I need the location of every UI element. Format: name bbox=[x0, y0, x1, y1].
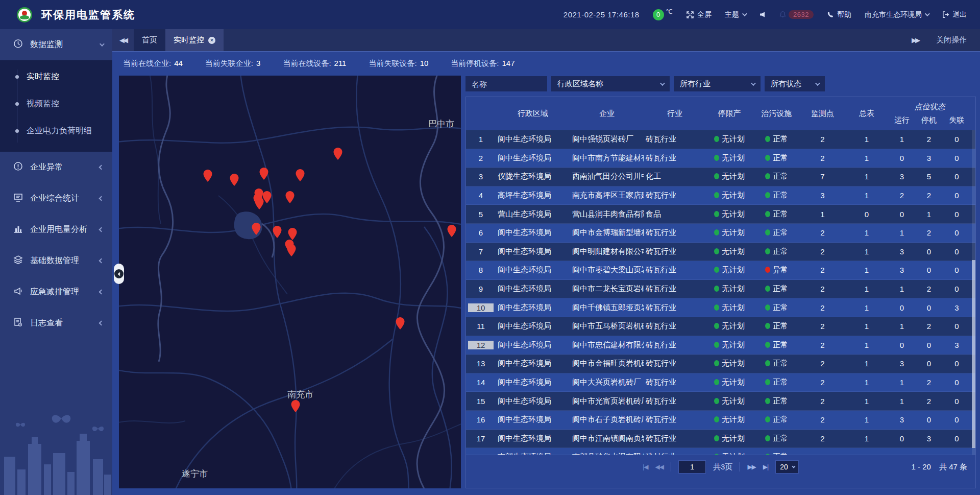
cell-stop-count: 3 bbox=[915, 154, 943, 162]
cell-company: 阆中市金博瑞新型墙材 bbox=[570, 228, 644, 238]
app-window: 环保用电监管系统 2021-02-25 17:46:18 0 ℃ 全屏 主题 2… bbox=[0, 0, 980, 495]
city-label: 南充市 bbox=[287, 390, 313, 399]
map-collapse-button[interactable] bbox=[114, 264, 124, 284]
table-row[interactable]: 17阆中生态环境局阆中市江南镇阆南页岩砖瓦行业无计划正常21030 bbox=[466, 430, 975, 449]
table-row[interactable]: 13阆中生态环境局阆中市金福旺页岩机砖砖瓦行业无计划正常21300 bbox=[466, 355, 975, 373]
tab-0[interactable]: 首页 bbox=[134, 29, 165, 51]
table-row[interactable]: 2阆中生态环境局阆中市南方节能建材有砖瓦行业无计划正常21030 bbox=[466, 149, 975, 168]
table-row[interactable]: 5营山生态环境局营山县润丰肉食品有限食品无计划正常10010 bbox=[466, 205, 975, 224]
chevron-left-icon bbox=[99, 321, 104, 326]
sidebar-item-4[interactable]: 基础数据管理 bbox=[0, 245, 112, 276]
name-filter bbox=[465, 76, 547, 91]
cell-company: 阆中市金福旺页岩机砖 bbox=[570, 359, 644, 368]
status-dot-ok bbox=[765, 379, 770, 385]
table-row[interactable]: 9阆中生态环境局阆中市二龙长宝页岩砖砖瓦行业无计划正常21120 bbox=[466, 280, 975, 299]
cell-limit-status: 无计划 bbox=[706, 378, 753, 387]
last-page-button[interactable]: ▶| bbox=[763, 463, 768, 470]
theme-menu[interactable]: 主题 bbox=[725, 10, 746, 19]
sidebar-item-2[interactable]: 企业综合统计 bbox=[0, 183, 112, 214]
notifications-button[interactable]: 2632 bbox=[779, 10, 814, 19]
cell-company: 阆中大兴页岩机砖厂 bbox=[570, 378, 644, 387]
cell-run-count: 1 bbox=[889, 378, 915, 387]
sidebar-subitem-2[interactable]: 企业电力负荷明细 bbox=[0, 117, 112, 145]
cell-stop-count: 2 bbox=[915, 285, 943, 293]
cell-stop-count: 2 bbox=[915, 378, 943, 387]
table-row[interactable]: 16阆中生态环境局阆中市石子页岩机砖厂砖瓦行业无计划正常21300 bbox=[466, 411, 975, 430]
help-button[interactable]: 帮助 bbox=[827, 10, 851, 19]
next-page-button[interactable]: ▶▶ bbox=[747, 463, 755, 470]
cell-industry: 砖瓦行业 bbox=[644, 247, 706, 256]
page-input[interactable] bbox=[678, 460, 706, 474]
table-row[interactable]: 15阆中生态环境局阆中市光富页岩机砖厂砖瓦行业无计划正常21120 bbox=[466, 392, 975, 411]
sidebar-item-6[interactable]: 日志查看 bbox=[0, 308, 112, 339]
cell-total-meter: 1 bbox=[845, 228, 889, 237]
tabs-scroll-right-button[interactable]: ▶▶ bbox=[912, 36, 919, 44]
region-filter-select[interactable]: 行政区域名称 bbox=[551, 76, 670, 91]
status-filter-select[interactable]: 所有状态 bbox=[765, 76, 825, 91]
cell-lost-count: 0 bbox=[943, 285, 971, 293]
table-row[interactable]: 1阆中生态环境局阆中强锐页岩砖厂砖瓦行业无计划正常21120 bbox=[466, 130, 975, 149]
brand: 环保用电监管系统 bbox=[0, 7, 219, 22]
table-row[interactable]: 12阆中生态环境局阆中市忠信建材有限公砖瓦行业无计划正常21003 bbox=[466, 336, 975, 355]
cell-monitor-count: 2 bbox=[800, 322, 845, 331]
industry-filter-select[interactable]: 所有行业 bbox=[674, 76, 761, 91]
cell-run-count: 3 bbox=[889, 247, 915, 256]
notification-count-badge: 2632 bbox=[789, 10, 814, 19]
status-dot-ok bbox=[765, 211, 770, 217]
cell-stop-count: 0 bbox=[915, 359, 943, 368]
sidebar-subitem-0[interactable]: 实时监控 bbox=[0, 63, 112, 90]
cell-total-meter: 1 bbox=[845, 303, 889, 312]
scrollbar-thumb[interactable] bbox=[972, 260, 975, 448]
col-limit: 停限产 bbox=[706, 109, 753, 119]
table-row[interactable]: 7阆中生态环境局阆中明阳建材有限公司砖瓦行业无计划正常21300 bbox=[466, 243, 975, 262]
table-row[interactable]: 18南部生态环境局南部县砂华水泥有限公建材行业无计划正常62060 bbox=[466, 448, 975, 455]
tab-1[interactable]: 实时监控✕ bbox=[165, 29, 224, 51]
first-page-button[interactable]: |◀ bbox=[643, 463, 648, 470]
mute-button[interactable] bbox=[759, 11, 766, 18]
table-row[interactable]: 14阆中生态环境局阆中大兴页岩机砖厂砖瓦行业无计划正常21120 bbox=[466, 373, 975, 392]
page-size-select[interactable]: 20 bbox=[775, 460, 799, 474]
sidebar-item-3[interactable]: 企业用电量分析 bbox=[0, 214, 112, 245]
cell-lost-count: 0 bbox=[943, 172, 971, 181]
cell-facility-status: 正常 bbox=[753, 172, 800, 181]
close-tab-icon[interactable]: ✕ bbox=[208, 37, 215, 44]
status-dot-ok bbox=[765, 416, 770, 422]
table-row[interactable]: 10阆中生态环境局阆中千佛镇五郎垭页岩砖瓦行业无计划正常21003 bbox=[466, 298, 975, 317]
prev-page-button[interactable]: ◀◀ bbox=[655, 463, 664, 470]
cell-monitor-count: 2 bbox=[800, 303, 845, 312]
tabs-scroll-left-button[interactable]: ◀◀ bbox=[112, 29, 134, 51]
table-row[interactable]: 11阆中生态环境局阆中市五马桥页岩机砖砖瓦行业无计划正常21120 bbox=[466, 317, 975, 336]
map-panel[interactable]: 巴中市南充市遂宁市 bbox=[119, 76, 461, 488]
table-row[interactable]: 4高坪生态环境局南充市高坪区王家店建砖瓦行业无计划正常31220 bbox=[466, 186, 975, 205]
cell-total-meter: 1 bbox=[845, 434, 889, 443]
cell-index: 16 bbox=[466, 415, 496, 424]
cell-total-meter: 1 bbox=[845, 359, 889, 368]
sidebar-item-5[interactable]: 应急减排管理 bbox=[0, 276, 112, 308]
range-info: 1 - 20 bbox=[912, 462, 931, 472]
close-operations-button[interactable]: 关闭操作 bbox=[936, 35, 967, 45]
sidebar-subitem-1[interactable]: 视频监控 bbox=[0, 90, 112, 117]
status-dot-ok bbox=[714, 360, 719, 366]
table-row[interactable]: 8阆中生态环境局阆中市枣碧大梁山页岩砖瓦行业无计划异常21300 bbox=[466, 261, 975, 280]
cell-run-count: 1 bbox=[889, 322, 915, 331]
table-row[interactable]: 3仪陇生态环境局西南油气田分公司川中化工无计划正常71350 bbox=[466, 168, 975, 186]
bell-icon bbox=[779, 11, 787, 18]
status-dot-ok bbox=[765, 155, 770, 161]
fullscreen-button[interactable]: 全屏 bbox=[686, 10, 712, 19]
cell-lost-count: 0 bbox=[943, 359, 971, 368]
table-row[interactable]: 6阆中生态环境局阆中市金博瑞新型墙材砖瓦行业无计划正常21120 bbox=[466, 224, 975, 243]
cell-region: 阆中生态环境局 bbox=[496, 378, 570, 387]
status-dot-ok bbox=[765, 286, 770, 292]
sidebar-item-1[interactable]: 企业异常 bbox=[0, 152, 112, 183]
org-menu[interactable]: 南充市生态环境局 bbox=[865, 10, 928, 19]
status-dot-ok bbox=[765, 173, 770, 179]
cell-industry: 砖瓦行业 bbox=[644, 153, 706, 163]
cell-lost-count: 0 bbox=[943, 322, 971, 331]
map-canvas[interactable]: 巴中市南充市遂宁市 bbox=[119, 76, 461, 488]
cell-facility-status: 正常 bbox=[753, 396, 800, 406]
cell-company: 阆中市南方节能建材有 bbox=[570, 153, 644, 163]
logout-button[interactable]: 退出 bbox=[942, 10, 967, 19]
sidebar-item-0[interactable]: 数据监测 bbox=[0, 29, 112, 60]
cell-lost-count: 0 bbox=[943, 266, 971, 274]
name-filter-input[interactable] bbox=[472, 80, 541, 88]
